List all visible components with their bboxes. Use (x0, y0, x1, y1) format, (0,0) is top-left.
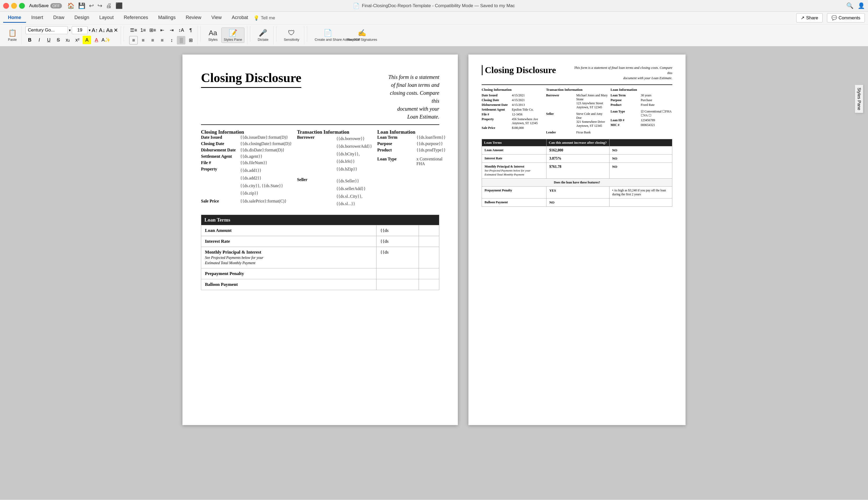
loan-amount-value: {{ds (376, 225, 419, 236)
info-row-seller: Seller {{ds.Seller}}{{ds.sellerAdd}}{{ds… (297, 177, 372, 208)
font-name-dropdown-icon[interactable]: ▾ (69, 28, 71, 32)
preview-mic: MIC # 000654321 (611, 123, 672, 127)
undo-icon[interactable]: ↩ (89, 2, 94, 9)
tab-draw[interactable]: Draw (48, 13, 69, 23)
preview-loan-type: Loan Type ☑ Conventional ☐FHA☐VA ☐ (611, 110, 672, 117)
traffic-lights (3, 3, 25, 9)
subscript-button[interactable]: x₂ (64, 36, 72, 44)
font-name-input[interactable] (25, 26, 68, 34)
multilevel-list-button[interactable]: ⊞≡ (148, 26, 157, 34)
user-icon[interactable]: 👤 (858, 2, 865, 9)
bullet-list-button[interactable]: ☰≡ (129, 26, 138, 34)
tab-references[interactable]: References (119, 13, 153, 23)
paste-button[interactable]: 📋 Paste (6, 28, 19, 43)
preview-balloon-row: Balloon Payment NO (482, 198, 672, 206)
home-icon[interactable]: 🏠 (67, 2, 75, 9)
styles-button[interactable]: Aa Styles (206, 28, 219, 43)
pdf-icon: 📄 (324, 29, 332, 37)
print-icon[interactable]: 🖨 (106, 2, 112, 9)
increase-font-icon[interactable]: A↑ (92, 27, 98, 33)
separator1 (124, 26, 124, 42)
shading-button[interactable]: ░ (177, 36, 185, 44)
page-1: Closing Disclosure This form is a statem… (182, 55, 458, 425)
indent-decrease-button[interactable]: ⇤ (158, 26, 166, 34)
decrease-font-icon[interactable]: A↓ (99, 27, 105, 33)
numbered-list-button[interactable]: 1≡ (139, 26, 147, 34)
title-bar-right: 🔍 👤 (846, 2, 865, 9)
indent-increase-button[interactable]: ⇥ (167, 26, 176, 34)
sort-button[interactable]: ↕A (177, 26, 185, 34)
monthly-principal-answer (419, 247, 439, 269)
tab-home[interactable]: Home (3, 13, 26, 23)
font-size-input[interactable] (72, 26, 88, 34)
share-button[interactable]: ↗ Share (796, 13, 822, 23)
bold-button[interactable]: B (25, 36, 34, 44)
preview-loan-id: Loan ID # 123456789 (611, 118, 672, 122)
tab-mailings[interactable]: Mailings (153, 13, 180, 23)
tab-design[interactable]: Design (70, 13, 94, 23)
paste-icon: 📋 (8, 29, 17, 37)
autosave-label: AutoSave (29, 3, 49, 9)
text-effects-button[interactable]: A✨ (102, 36, 110, 44)
justify-button[interactable]: ≡ (158, 36, 166, 44)
styles-pane-button[interactable]: 📝 Styles Pane (221, 27, 245, 43)
maximize-button[interactable] (19, 3, 25, 9)
align-center-button[interactable]: ≡ (139, 36, 147, 44)
comments-button[interactable]: 💬 Comments (827, 13, 865, 23)
close-button[interactable] (3, 3, 9, 9)
separator4 (276, 26, 277, 42)
tab-view[interactable]: View (206, 13, 226, 23)
preview-interest-rate-value: 3.875% (546, 154, 609, 162)
preview-loan-amount-value: $162,000 (546, 146, 609, 154)
page-title: Closing Disclosure (201, 70, 301, 88)
info-grid: Closing Information Date Issued {{ds.iss… (201, 129, 439, 209)
prepayment-row: Prepayment Penalty (201, 269, 439, 279)
preview-closing-section: Closing Information Date Issued 4/15/202… (482, 88, 543, 135)
tab-insert[interactable]: Insert (26, 13, 48, 23)
borders-button[interactable]: ⊞ (187, 36, 195, 44)
preview-loan-term: Loan Term 30 years (611, 93, 672, 98)
redo-icon[interactable]: ↪ (98, 2, 102, 9)
preview-transaction-title: Transaction Information (546, 88, 608, 92)
preview-monthly-value: $761.78 (546, 162, 609, 179)
create-share-pdf-button[interactable]: 📄 Create and Share Adobe PDF (313, 28, 343, 43)
font-case-icon[interactable]: Aa (106, 27, 113, 33)
styles-pane-sidebar[interactable]: Styles Pane (855, 85, 863, 113)
show-formatting-button[interactable]: ¶ (187, 26, 195, 34)
microphone-icon: 🎤 (259, 29, 267, 37)
tell-me-area[interactable]: 💡 Tell me (253, 15, 275, 21)
preview-lender: Lender Ficus Bank (546, 130, 608, 135)
font-size-dropdown-icon[interactable]: ▾ (89, 28, 91, 32)
tab-review[interactable]: Review (181, 13, 206, 23)
align-right-button[interactable]: ≡ (148, 36, 157, 44)
text-highlight-button[interactable]: A (83, 36, 91, 44)
align-left-button[interactable]: ≡ (129, 36, 138, 44)
info-row-settlement: Settlement Agent {{ds.agent}} (201, 154, 292, 159)
line-spacing-button[interactable]: ↕ (167, 36, 176, 44)
info-row-closing-date: Closing Date {{ds.closingDate}:format(D)… (201, 141, 292, 146)
clear-format-icon[interactable]: ✕ (114, 27, 118, 33)
italic-button[interactable]: I (35, 36, 43, 44)
preview-balloon-detail (609, 198, 672, 206)
save-icon[interactable]: 💾 (78, 2, 85, 9)
font-color-button[interactable]: A (92, 36, 101, 44)
info-row-date-issued: Date Issued {{ds.issueDate}:format(D)} (201, 135, 292, 140)
transaction-info-title: Transaction Information (297, 129, 372, 135)
preview-closing-title: Closing Information (482, 88, 543, 92)
share-screen-icon[interactable]: ⬛ (115, 2, 123, 9)
preview-can-increase-header: Can this amount increase after closing? (546, 139, 609, 146)
minimize-button[interactable] (11, 3, 17, 9)
dictate-button[interactable]: 🎤 Dictate (256, 28, 270, 43)
dictate-group: 🎤 Dictate (253, 26, 273, 44)
tab-acrobat[interactable]: Acrobat (227, 13, 253, 23)
loan-terms-table: Loan Terms Loan Amount {{ds Interest Rat… (201, 215, 439, 290)
autosave-toggle[interactable]: OFF (50, 3, 62, 9)
strikethrough-button[interactable]: S (54, 36, 63, 44)
sensitivity-button[interactable]: 🛡 Sensitivity (282, 28, 302, 43)
search-icon[interactable]: 🔍 (846, 2, 854, 9)
page-2: Closing Disclosure This form is a statem… (469, 55, 686, 425)
request-signatures-button[interactable]: ✍ Request Signatures (345, 28, 379, 43)
superscript-button[interactable]: x² (73, 36, 81, 44)
underline-button[interactable]: U (45, 36, 53, 44)
tab-layout[interactable]: Layout (94, 13, 119, 23)
